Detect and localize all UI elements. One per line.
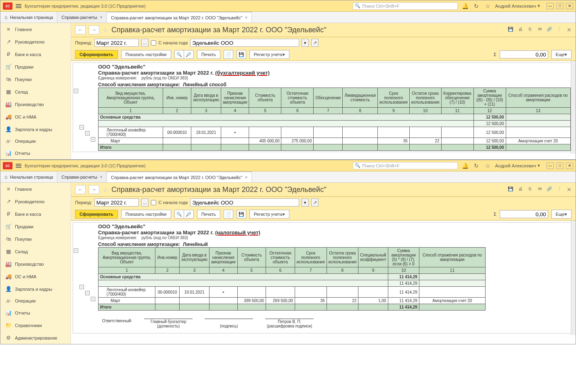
show-settings-button[interactable]: Показать настройки	[121, 50, 171, 59]
sidebar-item-salary[interactable]: 👤Зарплата и кадры	[0, 283, 71, 295]
menu-icon[interactable]	[16, 4, 21, 8]
print-icon[interactable]: 🖨	[517, 27, 524, 33]
maximize-button[interactable]: □	[556, 163, 563, 169]
sidebar-item-catalogs[interactable]: 📁Справочники	[0, 319, 71, 332]
tab-spravki[interactable]: Справки-расчеты×	[57, 12, 107, 23]
sidebar-item-salary[interactable]: 👤Зарплата и кадры	[0, 123, 71, 136]
tree-collapse[interactable]: −	[74, 89, 78, 93]
save-icon[interactable]: 💾	[507, 27, 514, 33]
close-icon[interactable]: ×	[245, 15, 247, 21]
close-icon[interactable]: ×	[245, 175, 247, 180]
close-tab-button[interactable]: ✕	[567, 27, 572, 33]
sidebar-item-sales[interactable]: 🛒Продажи	[0, 220, 71, 233]
scrollbar[interactable]	[571, 61, 576, 154]
generate-button[interactable]: Сформировать	[75, 210, 118, 219]
print-button[interactable]: Печать	[197, 210, 220, 219]
tab-home[interactable]: ⌂Начальная страница	[0, 12, 57, 23]
sidebar-item-operations[interactable]: ДтОперации	[0, 136, 71, 147]
link-icon[interactable]: 🔗	[546, 27, 553, 33]
sidebar-item-purchases[interactable]: 🛍Покупки	[0, 73, 71, 85]
back-button[interactable]: ←	[75, 25, 86, 34]
sum-field[interactable]	[500, 50, 548, 58]
period-picker-button[interactable]: …	[141, 39, 149, 47]
star-icon[interactable]: ☆	[484, 162, 492, 170]
global-search[interactable]: 🔍Поиск Ctrl+Shift+F	[353, 162, 458, 169]
forward-button[interactable]: →	[89, 25, 99, 34]
show-settings-button[interactable]: Показать настройки	[121, 210, 171, 219]
global-search[interactable]: 🔍 Поиск Ctrl+Shift+F	[353, 2, 458, 10]
close-icon[interactable]: ×	[100, 174, 103, 180]
scrollbar[interactable]	[571, 221, 576, 335]
from-start-checkbox[interactable]	[151, 200, 156, 205]
close-icon[interactable]: ×	[100, 15, 103, 20]
save-report-button[interactable]: 💾	[237, 50, 246, 59]
sidebar-item-manager[interactable]: ↗Руководителю	[0, 195, 71, 208]
period-picker-button[interactable]: …	[141, 198, 149, 206]
user-menu[interactable]: Андрей Алексеевич▾	[495, 163, 540, 168]
sidebar-item-production[interactable]: 🏭Производство	[0, 98, 71, 111]
period-input[interactable]	[94, 198, 139, 206]
sidebar-item-warehouse[interactable]: ▦Склад	[0, 245, 71, 258]
sidebar-item-main[interactable]: ≡Главное	[0, 23, 71, 35]
find-next-button[interactable]: 🔎	[184, 210, 194, 219]
organization-input[interactable]	[190, 198, 299, 206]
sidebar-item-assets[interactable]: 🚚ОС и НМА	[0, 270, 71, 283]
sidebar-item-production[interactable]: 🏭Производство	[0, 258, 71, 270]
bell-icon[interactable]: 🔔	[461, 162, 469, 170]
sidebar-item-sales[interactable]: 🛒Продажи	[0, 60, 71, 73]
favorite-button[interactable]: ☆	[103, 186, 108, 194]
sidebar-item-main[interactable]: ≡Главное	[0, 183, 71, 195]
tree-collapse[interactable]: −	[80, 285, 84, 289]
sidebar-item-reports[interactable]: 📊Отчеты	[0, 307, 71, 319]
period-input[interactable]	[94, 39, 139, 47]
find-button[interactable]: 🔍	[174, 210, 184, 219]
register-button[interactable]: Регистр учета ▾	[249, 210, 289, 219]
find-next-button[interactable]: 🔎	[184, 50, 194, 59]
close-button[interactable]: ✕	[566, 3, 573, 9]
from-start-checkbox[interactable]	[151, 40, 156, 46]
tab-report[interactable]: Справка-расчет амортизации за Март 2022 …	[107, 12, 252, 23]
maximize-button[interactable]: □	[556, 3, 563, 9]
more-button[interactable]: Еще ▾	[551, 50, 572, 59]
bell-icon[interactable]: 🔔	[461, 2, 469, 10]
save-report-button[interactable]: 💾	[237, 210, 246, 219]
organization-input[interactable]	[190, 39, 299, 47]
minimize-button[interactable]: —	[547, 163, 554, 169]
sidebar-item-operations[interactable]: ДтОперации	[0, 295, 71, 307]
minimize-button[interactable]: —	[547, 3, 554, 9]
tree-collapse[interactable]: −	[74, 248, 78, 253]
generate-button[interactable]: Сформировать	[75, 50, 118, 59]
more-icon[interactable]: ⋮	[555, 27, 563, 33]
save-icon[interactable]: 💾	[507, 186, 514, 193]
email-icon[interactable]: ✉	[536, 27, 543, 33]
tree-collapse[interactable]: −	[91, 297, 95, 301]
org-dropdown-button[interactable]: ▾	[302, 39, 309, 47]
more-button[interactable]: Еще ▾	[551, 210, 572, 219]
export-icon[interactable]: ⎘	[526, 27, 534, 33]
close-button[interactable]: ✕	[566, 163, 573, 169]
tree-collapse[interactable]: −	[80, 125, 84, 129]
history-icon[interactable]: ↻	[472, 2, 480, 10]
sidebar-item-reports[interactable]: 📊Отчеты	[0, 147, 71, 159]
sidebar-item-assets[interactable]: 🚚ОС и НМА	[0, 111, 71, 123]
sidebar-item-manager[interactable]: ↗Руководителю	[0, 35, 71, 48]
org-open-button[interactable]: ↗	[311, 39, 318, 47]
sidebar-item-admin[interactable]: ⚙Администрирование	[0, 332, 71, 344]
preview-button[interactable]: 📄	[224, 50, 233, 59]
sidebar-item-bank[interactable]: ₽Банк и касса	[0, 208, 71, 220]
user-menu[interactable]: Андрей Алексеевич▾	[495, 3, 540, 8]
tab-home[interactable]: ⌂Начальная страница	[0, 171, 57, 182]
star-icon[interactable]: ☆	[484, 2, 492, 10]
org-dropdown-button[interactable]: ▾	[302, 198, 309, 206]
sum-field[interactable]	[500, 210, 548, 218]
tree-collapse[interactable]: −	[85, 291, 90, 295]
favorite-button[interactable]: ☆	[103, 26, 108, 34]
tab-spravki[interactable]: Справки-расчеты×	[57, 171, 107, 182]
close-tab-button[interactable]: ✕	[567, 186, 572, 193]
back-button[interactable]: ←	[75, 185, 86, 194]
menu-icon[interactable]	[16, 164, 21, 168]
tree-collapse[interactable]: −	[85, 131, 90, 136]
export-icon[interactable]: ⎘	[526, 186, 534, 193]
history-icon[interactable]: ↻	[472, 162, 480, 170]
sidebar-item-purchases[interactable]: 🛍Покупки	[0, 233, 71, 245]
